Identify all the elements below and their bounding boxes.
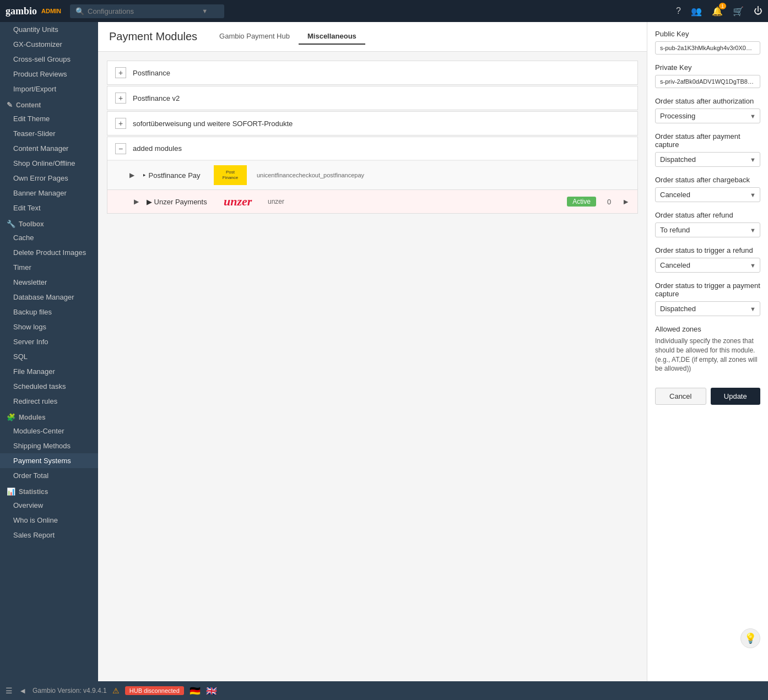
status-capture-select[interactable]: Processing Dispatched Canceled To refund bbox=[655, 152, 760, 167]
sidebar-item-shop-online-offline[interactable]: Shop Online/Offline bbox=[0, 156, 98, 171]
sidebar-group-statistics: Overview Who is Online Sales Report bbox=[0, 498, 98, 542]
flag-de[interactable]: 🇩🇪 bbox=[190, 686, 201, 696]
unzer-count: 0 bbox=[607, 198, 611, 206]
sidebar-item-cache[interactable]: Cache bbox=[0, 230, 98, 245]
private-key-input[interactable] bbox=[655, 75, 760, 88]
flag-en[interactable]: 🇬🇧 bbox=[206, 686, 217, 696]
bell-icon[interactable]: 🔔 1 bbox=[712, 6, 723, 17]
sidebar: Quantity Units GX-Customizer Cross-sell … bbox=[0, 22, 98, 681]
statistics-section-label: Statistics bbox=[19, 488, 48, 496]
sidebar-item-teaser-slider[interactable]: Teaser-Slider bbox=[0, 126, 98, 141]
status-auth-select-wrapper: Processing Dispatched Canceled To refund… bbox=[655, 108, 760, 123]
power-icon[interactable]: ⏻ bbox=[754, 6, 762, 16]
expand-postfinance-btn[interactable]: + bbox=[115, 67, 126, 78]
panel-field-status-capture: Order status after payment capture Proce… bbox=[655, 132, 760, 167]
sidebar-item-gx-customizer[interactable]: GX-Customizer bbox=[0, 37, 98, 52]
module-name-postfinance-v2: Postfinance v2 bbox=[133, 94, 180, 102]
status-refund-select-wrapper: Processing Dispatched Canceled To refund… bbox=[655, 223, 760, 237]
sidebar-item-show-logs[interactable]: Show logs bbox=[0, 319, 98, 334]
sidebar-item-database-manager[interactable]: Database Manager bbox=[0, 290, 98, 305]
sidebar-item-edit-theme[interactable]: Edit Theme bbox=[0, 111, 98, 126]
sidebar-item-timer[interactable]: Timer bbox=[0, 260, 98, 275]
status-auth-select[interactable]: Processing Dispatched Canceled To refund bbox=[655, 108, 760, 123]
sidebar-item-file-manager[interactable]: File Manager bbox=[0, 364, 98, 379]
page-title: Payment Modules bbox=[109, 30, 197, 43]
status-auth-label: Order status after authorization bbox=[655, 97, 760, 105]
sidebar-item-shipping-methods[interactable]: Shipping Methods bbox=[0, 438, 98, 453]
trigger-refund-select[interactable]: Processing Dispatched Canceled To refund bbox=[655, 258, 760, 273]
sidebar-item-backup-files[interactable]: Backup files bbox=[0, 305, 98, 319]
sidebar-item-edit-text[interactable]: Edit Text bbox=[0, 200, 98, 215]
sidebar-section-modules: 🧩 Modules bbox=[0, 409, 98, 424]
page-header: Payment Modules Gambio Payment Hub Misce… bbox=[98, 22, 647, 52]
sidebar-item-banner-manager[interactable]: Banner Manager bbox=[0, 186, 98, 200]
panel-field-public-key: Public Key bbox=[655, 30, 760, 55]
statistics-section-icon: 📊 bbox=[7, 487, 15, 496]
content-section-icon: ✎ bbox=[7, 101, 13, 109]
top-navigation: gambio ADMIN 🔍 ▼ ? 👥 🔔 1 🛒 ⏻ bbox=[0, 0, 768, 22]
status-capture-select-wrapper: Processing Dispatched Canceled To refund… bbox=[655, 152, 760, 167]
cart-icon[interactable]: 🛒 bbox=[733, 6, 744, 17]
sidebar-item-content-manager[interactable]: Content Manager bbox=[0, 141, 98, 156]
sidebar-item-payment-systems[interactable]: Payment Systems bbox=[0, 453, 98, 468]
unzer-expand[interactable]: ▶ bbox=[134, 198, 139, 205]
brand-logo: gambio bbox=[6, 6, 37, 17]
cancel-button[interactable]: Cancel bbox=[655, 388, 706, 405]
hint-bubble[interactable]: 💡 bbox=[740, 628, 760, 648]
search-bar-container[interactable]: 🔍 ▼ bbox=[70, 4, 224, 18]
private-key-label: Private Key bbox=[655, 63, 760, 72]
trigger-refund-label: Order status to trigger a refund bbox=[655, 246, 760, 254]
status-refund-select[interactable]: Processing Dispatched Canceled To refund bbox=[655, 223, 760, 237]
tab-miscellaneous[interactable]: Miscellaneous bbox=[299, 29, 365, 45]
toolbox-section-label: Toolbox bbox=[19, 220, 44, 228]
expand-postfinance-v2-btn[interactable]: + bbox=[115, 93, 126, 104]
users-icon[interactable]: 👥 bbox=[691, 6, 702, 17]
status-chargeback-select[interactable]: Processing Dispatched Canceled To refund bbox=[655, 187, 760, 202]
sidebar-item-product-reviews[interactable]: Product Reviews bbox=[0, 67, 98, 82]
expand-added-modules-btn[interactable]: − bbox=[115, 143, 126, 154]
panel-field-status-auth: Order status after authorization Process… bbox=[655, 97, 760, 123]
sidebar-item-who-is-online[interactable]: Who is Online bbox=[0, 513, 98, 528]
sidebar-item-delete-product-images[interactable]: Delete Product Images bbox=[0, 245, 98, 260]
module-group-added-modules: − added modules ▶ ‣ Postfinance Pay Post… bbox=[107, 137, 638, 214]
sidebar-item-own-error-pages[interactable]: Own Error Pages bbox=[0, 171, 98, 186]
module-row-postfinance-v2: + Postfinance v2 bbox=[107, 86, 637, 110]
sidebar-item-newsletter[interactable]: Newsletter bbox=[0, 275, 98, 290]
help-icon[interactable]: ? bbox=[676, 6, 681, 16]
hamburger-icon[interactable]: ☰ bbox=[6, 686, 13, 695]
update-button[interactable]: Update bbox=[711, 388, 761, 405]
sidebar-item-scheduled-tasks[interactable]: Scheduled tasks bbox=[0, 379, 98, 394]
sidebar-section-content: ✎ Content bbox=[0, 96, 98, 111]
module-row-sofort: + sofortüberweisung und weitere SOFORT-P… bbox=[107, 112, 637, 135]
content-section-label: Content bbox=[16, 101, 41, 109]
unzer-arrow-btn[interactable]: ► bbox=[622, 197, 630, 206]
unzer-code: unzer bbox=[268, 198, 561, 205]
sidebar-item-redirect-rules[interactable]: Redirect rules bbox=[0, 394, 98, 409]
sidebar-item-order-total[interactable]: Order Total bbox=[0, 468, 98, 483]
postfinance-pay-expand[interactable]: ▶ bbox=[129, 171, 134, 179]
unzer-name: ▶ Unzer Payments bbox=[147, 198, 218, 206]
public-key-input[interactable] bbox=[655, 41, 760, 55]
sidebar-item-quantity-units[interactable]: Quantity Units bbox=[0, 22, 98, 37]
sidebar-item-import-export[interactable]: Import/Export bbox=[0, 82, 98, 96]
sidebar-item-overview[interactable]: Overview bbox=[0, 498, 98, 513]
postfinance-pay-code: unicentfinancecheckout_postfinancepay bbox=[257, 172, 630, 178]
sidebar-item-sql[interactable]: SQL bbox=[0, 349, 98, 364]
status-refund-label: Order status after refund bbox=[655, 211, 760, 219]
sidebar-item-cross-sell-groups[interactable]: Cross-sell Groups bbox=[0, 52, 98, 67]
panel-field-status-refund: Order status after refund Processing Dis… bbox=[655, 211, 760, 237]
module-row-postfinance: + Postfinance bbox=[107, 61, 637, 84]
sidebar-item-sales-report[interactable]: Sales Report bbox=[0, 528, 98, 542]
admin-badge: ADMIN bbox=[41, 8, 61, 14]
tab-gambio-payment-hub[interactable]: Gambio Payment Hub bbox=[210, 29, 299, 45]
toolbox-section-icon: 🔧 bbox=[7, 220, 15, 228]
collapse-icon[interactable]: ◀ bbox=[20, 687, 25, 694]
sidebar-item-modules-center[interactable]: Modules-Center bbox=[0, 424, 98, 438]
search-input[interactable] bbox=[88, 7, 202, 15]
trigger-capture-select[interactable]: Processing Dispatched Canceled To refund bbox=[655, 301, 760, 316]
sidebar-section-toolbox: 🔧 Toolbox bbox=[0, 215, 98, 230]
sidebar-item-server-info[interactable]: Server Info bbox=[0, 334, 98, 349]
unzer-logo: unzer bbox=[224, 194, 262, 209]
expand-sofort-btn[interactable]: + bbox=[115, 118, 126, 129]
sub-module-name-postfinance-pay: ‣ Postfinance Pay bbox=[142, 171, 208, 180]
